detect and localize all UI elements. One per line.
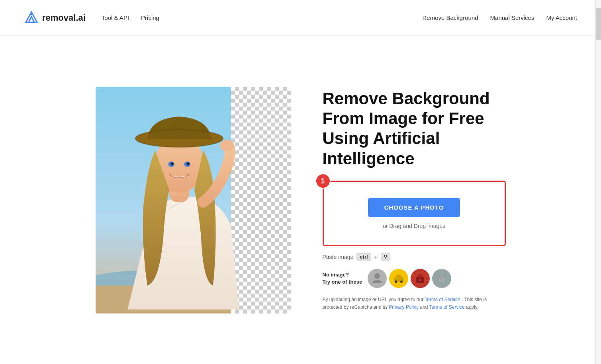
- terms-text: By uploading an image or URL you agree t…: [323, 296, 506, 311]
- scrollbar-thumb: [596, 8, 601, 40]
- sample-row: No image? Try one of these: [323, 269, 506, 288]
- logo-icon: [24, 10, 39, 25]
- hero-person-illustration: [96, 87, 291, 313]
- ctrl-key-badge: ctrl: [356, 253, 371, 261]
- paste-row: Paste image ctrl + V: [323, 253, 506, 261]
- logo-text: removal.ai: [42, 13, 86, 23]
- step-badge: 1: [315, 173, 331, 189]
- header-left: removal.ai Tool & API Pricing: [24, 10, 159, 25]
- svg-point-0: [31, 13, 33, 15]
- nav-manual-services[interactable]: Manual Services: [490, 14, 534, 21]
- upload-box[interactable]: CHOOSE A PHOTO or Drag and Drop images: [323, 181, 506, 246]
- nav-remove-background[interactable]: Remove Background: [422, 14, 478, 21]
- sample-image-2[interactable]: [389, 269, 408, 288]
- sample-images: [368, 269, 451, 288]
- nav-my-account[interactable]: My Account: [546, 14, 577, 21]
- terms-link-1[interactable]: Terms of Service: [425, 297, 460, 302]
- hero-image: [96, 87, 291, 313]
- nav-right: Remove Background Manual Services My Acc…: [422, 14, 577, 21]
- v-key-badge: V: [381, 253, 391, 261]
- svg-point-24: [440, 278, 442, 279]
- choose-photo-button[interactable]: CHOOSE A PHOTO: [368, 198, 460, 217]
- drag-drop-label: or Drag and Drop images: [383, 223, 445, 229]
- right-content: Remove Background From Image for Free Us…: [323, 89, 506, 311]
- svg-point-14: [374, 273, 380, 279]
- main-content: Remove Background From Image for Free Us…: [0, 36, 601, 364]
- svg-point-13: [220, 140, 234, 151]
- terms-after: apply.: [465, 304, 478, 310]
- header: removal.ai Tool & API Pricing Remove Bac…: [0, 0, 601, 36]
- paste-label: Paste image: [323, 254, 354, 260]
- logo[interactable]: removal.ai: [24, 10, 86, 25]
- nav-tool-api[interactable]: Tool & API: [102, 14, 129, 21]
- sample-image-3[interactable]: [411, 269, 430, 288]
- upload-wrapper: 1 CHOOSE A PHOTO or Drag and Drop images: [323, 181, 506, 246]
- no-image-text: No image?: [323, 272, 349, 278]
- plus-sign: +: [374, 254, 378, 260]
- terms-link-2[interactable]: Terms of Service: [429, 304, 464, 310]
- nav-left: Tool & API Pricing: [102, 14, 159, 21]
- svg-point-16: [395, 280, 397, 283]
- terms-before: By uploading an image or URL you agree t…: [323, 297, 425, 302]
- page-scrollbar[interactable]: [595, 0, 601, 364]
- hero-title: Remove Background From Image for Free Us…: [323, 89, 506, 169]
- sample-label: No image? Try one of these: [323, 271, 362, 286]
- svg-point-17: [400, 280, 403, 283]
- svg-point-12: [186, 162, 190, 165]
- nav-pricing[interactable]: Pricing: [141, 14, 159, 21]
- svg-point-11: [170, 162, 174, 165]
- try-one-text: Try one of these: [323, 279, 362, 285]
- svg-rect-19: [419, 279, 421, 281]
- sample-image-4[interactable]: [432, 269, 451, 288]
- sample-image-1[interactable]: [368, 269, 387, 288]
- hero-image-container: [96, 87, 291, 313]
- terms-and: and: [419, 304, 429, 310]
- privacy-link[interactable]: Privacy Policy: [389, 304, 419, 310]
